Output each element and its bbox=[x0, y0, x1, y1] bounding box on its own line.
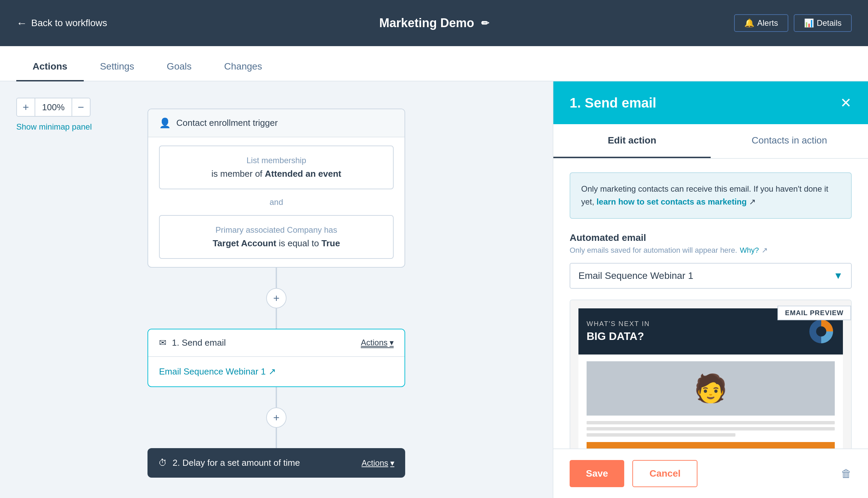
trigger-node: 👤 Contact enrollment trigger List member… bbox=[147, 108, 405, 268]
workflow-canvas: + 100% − Show minimap panel 👤 Contact en… bbox=[0, 81, 553, 498]
delay-actions-dropdown[interactable]: Actions ▾ bbox=[361, 458, 394, 468]
back-to-workflows-link[interactable]: ← Back to workflows bbox=[16, 17, 107, 29]
condition-card-1[interactable]: List membership is member of Attended an… bbox=[159, 145, 393, 189]
connector-line-1 bbox=[276, 268, 277, 288]
tab-bar: Actions Settings Goals Changes bbox=[0, 46, 868, 81]
tab-actions[interactable]: Actions bbox=[16, 61, 84, 81]
tab-goals[interactable]: Goals bbox=[150, 61, 208, 81]
panel-title: 1. Send email bbox=[570, 95, 656, 110]
edit-title-icon[interactable]: ✏ bbox=[481, 18, 489, 29]
ep-line-3 bbox=[587, 433, 735, 436]
back-label: Back to workflows bbox=[31, 18, 107, 28]
main-area: + 100% − Show minimap panel 👤 Contact en… bbox=[0, 81, 868, 498]
action-body-1: Email Sequence Webinar 1 ↗ bbox=[148, 357, 404, 386]
connector-line-2 bbox=[276, 309, 277, 329]
workflow-container: 👤 Contact enrollment trigger List member… bbox=[14, 108, 539, 477]
panel-header: 1. Send email ✕ bbox=[553, 81, 868, 124]
ep-line-1 bbox=[587, 421, 835, 424]
action-title-group-1: ✉ 1. Send email bbox=[159, 338, 226, 348]
panel-tab-edit-action[interactable]: Edit action bbox=[553, 124, 711, 158]
ep-pie-chart bbox=[807, 318, 835, 345]
action-header-1: ✉ 1. Send email Actions ▾ bbox=[148, 329, 404, 357]
zoom-controls: + 100% − bbox=[16, 98, 91, 117]
add-step-button-1[interactable]: + bbox=[266, 288, 286, 309]
ep-header-text: WHAT'S NEXT IN BIG DATA? bbox=[587, 320, 650, 343]
condition1-label: List membership bbox=[171, 156, 382, 165]
delay-node: ⏱ 2. Delay for a set amount of time Acti… bbox=[147, 448, 405, 477]
ep-line-2 bbox=[587, 427, 835, 431]
trigger-body: List membership is member of Attended an… bbox=[148, 137, 404, 267]
contact-icon: 👤 bbox=[159, 117, 171, 129]
zoom-in-button[interactable]: + bbox=[16, 98, 35, 117]
email-preview-badge: EMAIL PREVIEW bbox=[777, 306, 851, 320]
email-icon: ✉ bbox=[159, 338, 166, 348]
add-step-button-2[interactable]: + bbox=[266, 407, 286, 428]
condition2-label: Primary associated Company has bbox=[171, 225, 382, 235]
ep-text-lines bbox=[587, 421, 835, 436]
automated-email-title: Automated email bbox=[570, 232, 852, 243]
external-link-icon: ↗ bbox=[269, 366, 276, 377]
panel-tabs: Edit action Contacts in action bbox=[553, 124, 868, 159]
workflow-title: Marketing Demo bbox=[379, 16, 474, 30]
action-title-1: 1. Send email bbox=[172, 338, 226, 348]
trigger-label: Contact enrollment trigger bbox=[176, 118, 278, 128]
svg-point-1 bbox=[816, 326, 826, 337]
ep-body: 🧑 GROWTH REPORT: TEXTILE MANUFACTURING bbox=[578, 354, 843, 448]
email-sequence-dropdown[interactable]: Email Sequence Webinar 1 ▼ bbox=[570, 263, 852, 289]
cancel-button[interactable]: Cancel bbox=[632, 460, 697, 487]
tab-changes[interactable]: Changes bbox=[208, 61, 278, 81]
info-box: Only marketing contacts can receive this… bbox=[570, 172, 852, 219]
back-arrow-icon: ← bbox=[16, 17, 27, 29]
zoom-out-button[interactable]: − bbox=[71, 98, 91, 117]
person-silhouette-icon: 🧑 bbox=[694, 372, 727, 404]
nav-title-group: Marketing Demo ✏ bbox=[379, 16, 489, 30]
condition-card-2[interactable]: Primary associated Company has Target Ac… bbox=[159, 215, 393, 259]
condition1-value: is member of Attended an event bbox=[171, 169, 382, 179]
footer-buttons-left: Save Cancel bbox=[570, 460, 697, 487]
right-panel: 1. Send email ✕ Edit action Contacts in … bbox=[553, 81, 868, 498]
automated-email-subtitle: Only emails saved for automation will ap… bbox=[570, 246, 852, 255]
trigger-header: 👤 Contact enrollment trigger bbox=[148, 109, 404, 137]
condition2-value: Target Account is equal to True bbox=[171, 238, 382, 249]
dropdown-arrow-icon: ▼ bbox=[833, 270, 843, 281]
email-sequence-link[interactable]: Email Sequence Webinar 1 ↗ bbox=[159, 366, 393, 377]
panel-footer: Save Cancel 🗑 bbox=[553, 448, 868, 498]
details-icon: 📊 bbox=[804, 18, 814, 28]
connector-line-3 bbox=[276, 387, 277, 407]
delay-icon: ⏱ bbox=[158, 458, 167, 468]
dropdown-selected-value: Email Sequence Webinar 1 bbox=[578, 270, 693, 281]
delay-chevron-icon: ▾ bbox=[390, 458, 394, 468]
email-preview-inner: WHAT'S NEXT IN BIG DATA? 🧑 bbox=[570, 300, 851, 448]
alerts-icon: 🔔 bbox=[744, 18, 755, 28]
delay-title: ⏱ 2. Delay for a set amount of time bbox=[158, 458, 300, 468]
why-external-icon: ↗ bbox=[762, 246, 767, 255]
alerts-button[interactable]: 🔔 Alerts bbox=[734, 14, 788, 32]
save-button[interactable]: Save bbox=[570, 460, 624, 487]
details-button[interactable]: 📊 Details bbox=[794, 14, 852, 32]
info-link[interactable]: learn how to set contacts as marketing bbox=[597, 197, 747, 206]
action1-actions-dropdown[interactable]: Actions ▾ bbox=[361, 338, 393, 348]
tab-settings[interactable]: Settings bbox=[84, 61, 150, 81]
panel-tab-contacts-in-action[interactable]: Contacts in action bbox=[711, 124, 868, 158]
external-link-small-icon: ↗ bbox=[749, 197, 756, 206]
minimap-link[interactable]: Show minimap panel bbox=[16, 122, 92, 132]
and-divider: and bbox=[159, 196, 393, 208]
send-email-node: ✉ 1. Send email Actions ▾ Email Sequence… bbox=[147, 329, 405, 387]
why-link[interactable]: Why? bbox=[740, 246, 759, 255]
connector-line-4 bbox=[276, 428, 277, 448]
zoom-level-display: 100% bbox=[35, 98, 71, 117]
nav-buttons: 🔔 Alerts 📊 Details bbox=[734, 14, 852, 32]
panel-content: Only marketing contacts can receive this… bbox=[553, 159, 868, 448]
close-panel-button[interactable]: ✕ bbox=[840, 95, 852, 110]
delete-action-button[interactable]: 🗑 bbox=[841, 468, 852, 480]
ep-growth-box: GROWTH REPORT: TEXTILE MANUFACTURING bbox=[587, 442, 835, 448]
email-preview-container: EMAIL PREVIEW WHAT'S NEXT IN BIG DATA? bbox=[570, 300, 852, 448]
ep-image-placeholder: 🧑 bbox=[587, 361, 835, 416]
top-nav: ← Back to workflows Marketing Demo ✏ 🔔 A… bbox=[0, 0, 868, 46]
dropdown-chevron-icon: ▾ bbox=[390, 338, 393, 348]
